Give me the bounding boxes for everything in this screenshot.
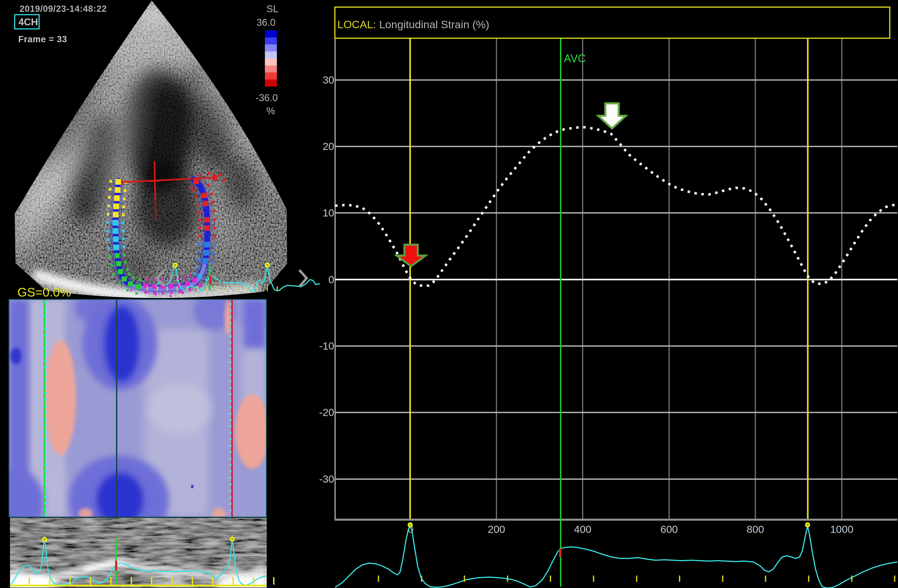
svg-text:-20: -20 <box>319 406 334 418</box>
svg-text:0: 0 <box>328 274 334 285</box>
svg-text:10: 10 <box>323 207 334 219</box>
svg-text:36.0: 36.0 <box>257 17 275 28</box>
svg-text:1000: 1000 <box>830 523 853 535</box>
svg-text:-10: -10 <box>319 340 334 352</box>
svg-text:-36.0: -36.0 <box>255 92 278 103</box>
svg-text:30: 30 <box>323 74 334 86</box>
svg-text:4CH: 4CH <box>18 17 38 27</box>
svg-text:Frame = 33: Frame = 33 <box>18 34 67 44</box>
svg-text:200: 200 <box>488 523 505 535</box>
svg-text:GS=0.0%: GS=0.0% <box>17 285 71 299</box>
svg-text:LOCAL:: LOCAL: <box>337 18 376 31</box>
svg-text:2019/09/23-14:48:22: 2019/09/23-14:48:22 <box>20 4 107 14</box>
svg-text:AVC: AVC <box>564 52 586 65</box>
svg-text:400: 400 <box>574 523 591 535</box>
svg-text:SL: SL <box>266 3 278 14</box>
svg-text:800: 800 <box>747 523 764 535</box>
svg-text:Longitudinal Strain (%): Longitudinal Strain (%) <box>379 18 489 31</box>
svg-text:3: 3 <box>217 270 225 286</box>
svg-text:-30: -30 <box>319 473 334 485</box>
svg-text:%: % <box>266 105 275 116</box>
svg-text:20: 20 <box>323 140 334 152</box>
svg-text:600: 600 <box>660 523 678 535</box>
